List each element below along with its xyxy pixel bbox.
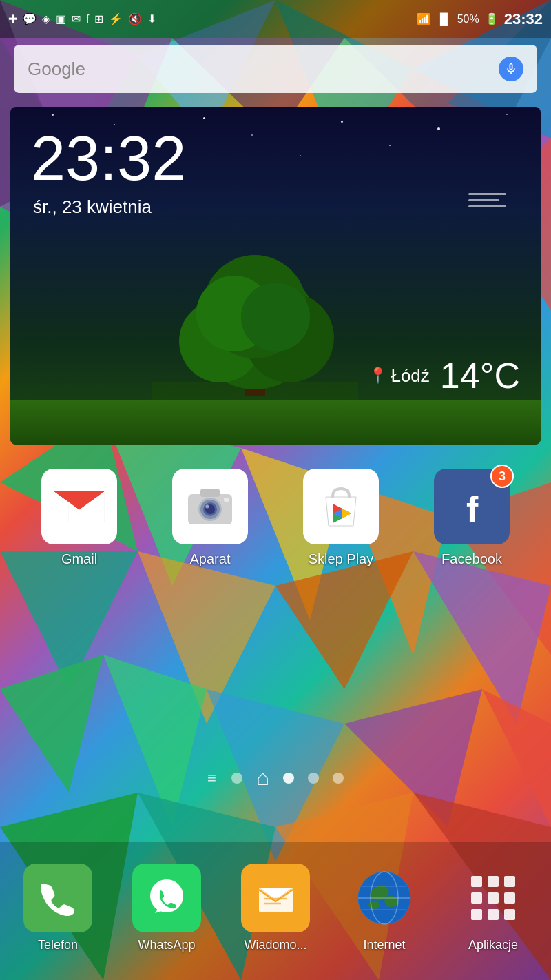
home-button[interactable]: ⌂ [256, 765, 269, 790]
nav-dot-1[interactable] [231, 773, 242, 784]
messages-icon[interactable] [241, 864, 310, 932]
telefon-app[interactable]: Telefon [23, 864, 92, 952]
camera-label: Aparat [190, 551, 231, 567]
mute-icon: 🔇 [128, 14, 142, 25]
dropbox-icon: ◈ [42, 14, 50, 25]
apps-label: Aplikacje [468, 938, 518, 952]
internet-label: Internet [363, 938, 405, 952]
svg-rect-69 [488, 876, 499, 887]
status-bar: ✚ 💬 ◈ ▣ ✉ f ⊞ ⚡ 🔇 ⬇ 📶 ▐▌ 50% 🔋 23:32 [0, 0, 551, 38]
internet-icon[interactable] [350, 864, 419, 932]
camera-app[interactable]: Aparat [152, 469, 269, 567]
svg-rect-75 [488, 909, 499, 920]
dock: Telefon WhatsApp [0, 842, 551, 980]
telefon-icon[interactable] [23, 864, 92, 932]
download-icon: ⬇ [147, 14, 156, 25]
nav-dot-3[interactable] [308, 773, 319, 784]
svg-rect-76 [504, 909, 515, 920]
svg-marker-24 [482, 689, 551, 827]
clock-weather-widget: 23:32 śr., 23 kwietnia 📍 Łódź 14°C 23/04… [10, 107, 541, 445]
facebook-badge: 3 [490, 465, 514, 488]
grid-icon: ⊞ [94, 14, 103, 25]
svg-rect-68 [471, 876, 482, 887]
google-search-bar[interactable]: Google [14, 45, 537, 93]
app-grid: Gmail Aparat [0, 455, 551, 581]
mic-icon[interactable] [499, 57, 523, 81]
gmail-label: Gmail [61, 551, 97, 567]
menu-button[interactable]: ≡ [207, 769, 218, 787]
battery-indicator: 50% [457, 13, 479, 25]
widget-date: śr., 23 kwietnia [33, 196, 152, 218]
facebook-app[interactable]: 3 f Facebook [413, 469, 530, 567]
gmail-status-icon: ✉ [72, 14, 81, 25]
whatsapp-label: WhatsApp [138, 938, 195, 952]
nav-dot-2[interactable] [283, 773, 294, 784]
svg-point-49 [206, 505, 209, 509]
svg-rect-71 [471, 892, 482, 904]
whatsapp-icon[interactable] [132, 864, 201, 932]
tree-decoration [152, 252, 358, 403]
svg-rect-70 [504, 876, 515, 887]
svg-rect-50 [200, 489, 220, 497]
weather-moon-icon [455, 131, 510, 196]
telefon-label: Telefon [38, 938, 78, 952]
svg-marker-21 [103, 655, 207, 827]
wifi-icon: 📶 [417, 14, 430, 25]
svg-point-63 [368, 901, 380, 909]
status-icons-right: 📶 ▐▌ 50% 🔋 23:32 [417, 10, 543, 28]
svg-marker-23 [344, 689, 482, 827]
image-icon: ▣ [56, 14, 66, 25]
svg-rect-73 [504, 892, 515, 904]
bluetooth-icon: ⚡ [109, 14, 123, 25]
whatsapp-app[interactable]: WhatsApp [132, 864, 201, 952]
messages-label: Wiadomo... [244, 938, 306, 952]
svg-rect-51 [224, 498, 229, 502]
navigation-dots: ≡ ⌂ [0, 765, 551, 790]
chat-icon: 💬 [23, 14, 37, 25]
facebook-label: Facebook [441, 551, 502, 567]
nav-dot-4[interactable] [333, 773, 344, 784]
svg-point-39 [241, 283, 310, 351]
plus-icon: ✚ [8, 14, 17, 25]
svg-text:f: f [466, 489, 479, 529]
battery-icon: 🔋 [485, 14, 499, 25]
messages-app[interactable]: Wiadomo... [241, 864, 310, 952]
svg-rect-74 [471, 909, 482, 920]
weather-city: 📍 Łódź 14°C [368, 355, 520, 396]
gmail-icon[interactable] [41, 469, 117, 544]
svg-rect-72 [488, 892, 499, 904]
apps-drawer[interactable]: Aplikacje [459, 864, 528, 952]
grass-decoration [10, 400, 541, 445]
status-icons-left: ✚ 💬 ◈ ▣ ✉ f ⊞ ⚡ 🔇 ⬇ [8, 14, 156, 25]
widget-clock-time: 23:32 [31, 127, 186, 190]
playstore-label: Sklep Play [309, 551, 374, 567]
facebook-status-icon: f [86, 14, 89, 25]
playstore-icon[interactable] [303, 469, 379, 544]
svg-point-55 [150, 879, 183, 912]
signal-icon: ▐▌ [436, 14, 452, 25]
facebook-icon[interactable]: 3 f [434, 469, 510, 544]
internet-app[interactable]: Internet [350, 864, 419, 952]
apps-icon[interactable] [459, 864, 528, 932]
status-time: 23:32 [504, 10, 543, 28]
playstore-app[interactable]: Sklep Play [282, 469, 399, 567]
camera-icon[interactable] [172, 469, 248, 544]
weather-info: 📍 Łódź 14°C [368, 355, 520, 396]
gmail-app[interactable]: Gmail [21, 469, 138, 567]
search-label: Google [28, 59, 499, 80]
